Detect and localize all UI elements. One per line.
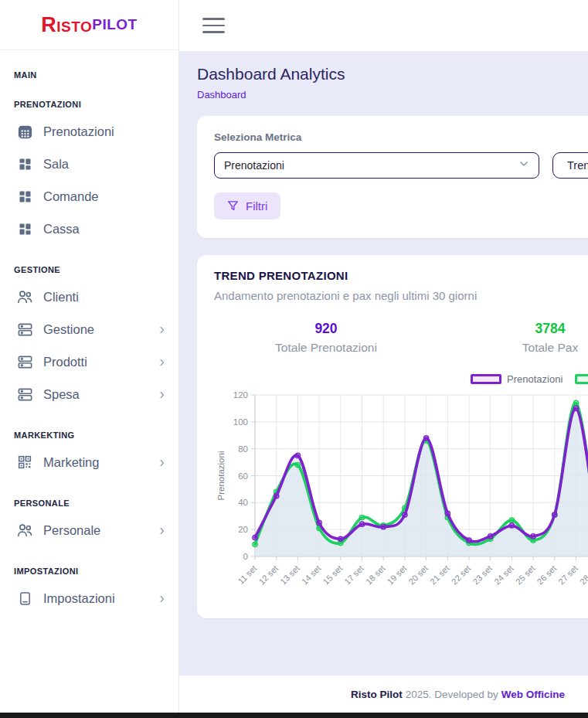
svg-text:17 set: 17 set — [342, 563, 365, 587]
logo-text-pilot: PILOT — [92, 16, 137, 33]
metric-select-label: Seleziona Metrica — [214, 131, 588, 143]
svg-text:13 set: 13 set — [278, 563, 301, 587]
footer-text: 2025. Developed by — [406, 689, 498, 700]
sidebar-section-label: GESTIONE — [0, 265, 178, 274]
chart-title: TREND PRENOTAZIONI — [214, 269, 588, 282]
page-title: Dashboard Analytics — [197, 65, 588, 83]
sidebar-item-label: Personale — [43, 523, 159, 538]
metric-selector-card: Seleziona Metrica Prenotazioni Trend Fil… — [197, 116, 588, 238]
qr-icon — [15, 453, 34, 471]
app-window: RISTOPILOT MAINPRENOTAZIONIPrenotazioniS… — [0, 0, 588, 713]
sidebar-item-clienti[interactable]: Clienti — [0, 281, 178, 313]
chart-svg: 02040608010012011 set12 set13 set14 set1… — [214, 386, 588, 597]
trend-chart-card: TREND PRENOTAZIONI Andamento prenotazion… — [197, 255, 588, 618]
sidebar-item-prenotazioni[interactable]: Prenotazioni — [0, 115, 178, 148]
sidebar-item-sala[interactable]: Sala — [0, 148, 178, 180]
calendar-icon — [15, 122, 34, 141]
sidebar-item-cassa[interactable]: Cassa — [0, 213, 178, 245]
users-icon — [15, 288, 34, 306]
stack-icon — [15, 385, 34, 403]
topbar — [179, 0, 588, 51]
sidebar: RISTOPILOT MAINPRENOTAZIONIPrenotazioniS… — [0, 0, 179, 713]
sidebar-item-prodotti[interactable]: Prodotti› — [0, 345, 178, 378]
stat-value: 3784 — [438, 321, 588, 337]
hamburger-menu-icon[interactable] — [199, 15, 228, 36]
metric-select[interactable]: Prenotazioni — [214, 152, 539, 179]
svg-text:23 set: 23 set — [471, 563, 494, 587]
footer-link-web-officine[interactable]: Web Officine — [501, 689, 565, 700]
chart-legend: Prenotazioni Pax — [471, 373, 588, 385]
legend-swatch-pax — [575, 374, 588, 384]
trend-line-chart[interactable]: 02040608010012011 set12 set13 set14 set1… — [214, 386, 588, 600]
layout-grid-icon — [15, 219, 34, 238]
sidebar-item-impostazioni[interactable]: Impostazioni› — [0, 582, 178, 614]
layout-grid-icon — [15, 155, 34, 173]
footer-brand: Risto Pilot — [351, 689, 403, 700]
svg-text:19 set: 19 set — [386, 563, 409, 587]
chevron-right-icon: › — [159, 590, 165, 607]
sidebar-item-personale[interactable]: Personale› — [0, 514, 178, 546]
svg-text:100: 100 — [233, 417, 248, 427]
sidebar-section-label: IMPOSTAZIONI — [0, 567, 178, 576]
app-logo[interactable]: RISTOPILOT — [0, 0, 178, 50]
chevron-right-icon: › — [159, 522, 165, 539]
svg-text:120: 120 — [233, 390, 248, 400]
sidebar-item-label: Cassa — [43, 222, 165, 236]
svg-text:26 set: 26 set — [535, 563, 559, 587]
stat-totale-pax: 3784 Totale Pax — [438, 321, 588, 355]
chart-subtitle: Andamento prenotazioni e pax negli ultim… — [214, 289, 588, 302]
chart-stats-row: 920 Totale Prenotazioni 3784 Totale Pax — [214, 321, 588, 355]
svg-text:27 set: 27 set — [556, 563, 580, 587]
svg-text:15 set: 15 set — [321, 563, 345, 587]
legend-item-pax[interactable]: Pax — [575, 373, 588, 385]
filters-button[interactable]: Filtri — [214, 192, 280, 219]
svg-text:28 set: 28 set — [578, 563, 588, 587]
chevron-right-icon: › — [159, 321, 165, 339]
svg-text:Prenotazioni: Prenotazioni — [216, 451, 226, 501]
sidebar-section-impostazioni: IMPOSTAZIONIImpostazioni› — [0, 567, 178, 614]
content-area: Dashboard Analytics Dashboard Seleziona … — [179, 51, 588, 675]
svg-text:0: 0 — [243, 552, 248, 561]
sidebar-item-spesa[interactable]: Spesa› — [0, 378, 178, 410]
filter-funnel-icon — [227, 200, 239, 212]
sidebar-nav: MAINPRENOTAZIONIPrenotazioniSalaComandeC… — [0, 70, 178, 614]
svg-text:14 set: 14 set — [300, 563, 323, 587]
sidebar-item-marketing[interactable]: Marketing› — [0, 446, 178, 478]
layout-grid-icon — [15, 187, 34, 206]
footer: Risto Pilot 2025. Developed by Web Offic… — [179, 675, 588, 713]
filters-button-label: Filtri — [246, 199, 267, 213]
trend-button[interactable]: Trend — [552, 152, 588, 179]
legend-label: Prenotazioni — [507, 373, 563, 385]
svg-text:40: 40 — [238, 498, 248, 507]
sidebar-section-markekting: MARKEKTINGMarketing› — [0, 430, 178, 478]
legend-item-prenotazioni[interactable]: Prenotazioni — [471, 373, 563, 385]
chevron-right-icon: › — [159, 386, 165, 403]
stat-label: Totale Pax — [438, 341, 588, 355]
stack-icon — [15, 320, 34, 339]
svg-text:22 set: 22 set — [450, 563, 473, 587]
sidebar-item-gestione[interactable]: Gestione› — [0, 313, 178, 345]
sidebar-section-personale: PERSONALEPersonale› — [0, 499, 178, 546]
sidebar-item-comande[interactable]: Comande — [0, 180, 178, 213]
sidebar-section-label: MARKEKTING — [0, 430, 178, 440]
horizontal-scrollbar[interactable] — [0, 713, 588, 718]
sidebar-item-label: Gestione — [43, 322, 159, 337]
sidebar-section-label: PRENOTAZIONI — [0, 100, 178, 109]
stat-value: 920 — [214, 321, 438, 337]
chevron-down-icon — [518, 158, 529, 172]
svg-text:20: 20 — [238, 525, 248, 534]
sidebar-item-label: Comande — [43, 189, 165, 204]
chevron-right-icon: › — [159, 454, 165, 471]
sidebar-item-label: Clienti — [43, 290, 165, 305]
svg-text:12 set: 12 set — [257, 563, 280, 587]
sidebar-section-main: MAIN — [0, 70, 178, 80]
sidebar-item-label: Prenotazioni — [43, 124, 165, 139]
stack-icon — [15, 352, 34, 371]
svg-text:24 set: 24 set — [492, 563, 515, 587]
logo-text-risto: RISTO — [41, 13, 92, 37]
metric-select-value: Prenotazioni — [224, 159, 518, 172]
sidebar-section-gestione: GESTIONEClientiGestione›Prodotti›Spesa› — [0, 265, 178, 410]
sidebar-section-prenotazioni: PRENOTAZIONIPrenotazioniSalaComandeCassa — [0, 100, 178, 245]
breadcrumb[interactable]: Dashboard — [197, 89, 588, 100]
users-icon — [15, 521, 34, 539]
